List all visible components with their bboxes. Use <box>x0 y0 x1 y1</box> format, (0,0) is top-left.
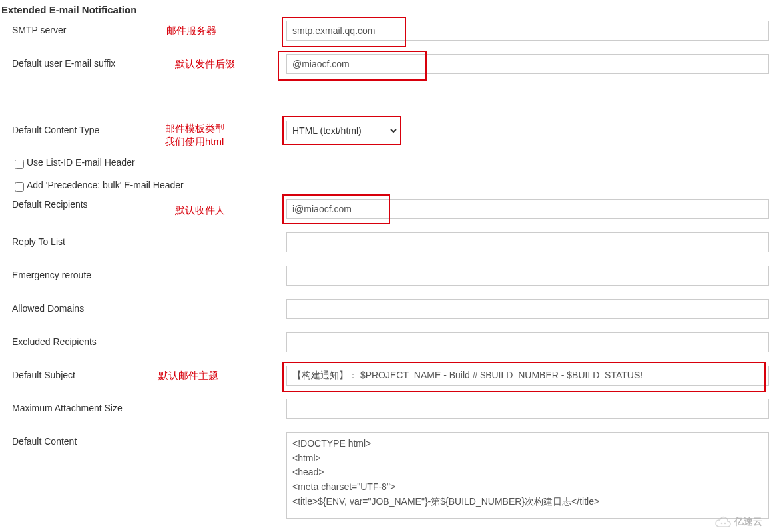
label-reply-to: Reply To List <box>12 236 65 247</box>
row-default-recipients: Default Recipients 默认收件人 <box>0 199 769 232</box>
excluded-recipients-input[interactable] <box>286 332 769 352</box>
annot-content-type-l2: 我们使用html <box>165 136 224 147</box>
row-reply-to: Reply To List <box>0 232 769 266</box>
label-emergency-reroute: Emergency reroute <box>12 270 91 280</box>
row-use-list-id: Use List-ID E-mail Header <box>0 154 769 176</box>
emergency-reroute-input[interactable] <box>286 266 769 286</box>
row-precedence-bulk: Add 'Precedence: bulk' E-mail Header <box>0 176 769 199</box>
default-content-textarea[interactable]: <!DOCTYPE html> <html> <head> <meta char… <box>286 432 769 519</box>
row-excluded-recipients: Excluded Recipients <box>0 332 769 366</box>
use-list-id-checkbox[interactable] <box>15 160 24 169</box>
label-default-content: Default Content <box>12 436 77 447</box>
reply-to-input[interactable] <box>286 232 769 252</box>
allowed-domains-input[interactable] <box>286 299 769 319</box>
label-email-suffix: Default user E-mail suffix <box>12 58 115 69</box>
default-subject-input[interactable] <box>286 366 769 386</box>
row-email-suffix: Default user E-mail suffix 默认发件后缀 <box>0 54 769 87</box>
section-title: Extended E-mail Notification <box>1 4 769 15</box>
row-smtp-server: SMTP server 邮件服务器 <box>0 21 769 54</box>
svg-point-1 <box>724 523 726 525</box>
label-smtp-server: SMTP server <box>12 25 66 35</box>
smtp-server-input[interactable] <box>286 21 769 41</box>
label-excluded-recipients: Excluded Recipients <box>12 336 97 347</box>
watermark-text: 亿速云 <box>734 516 762 528</box>
row-emergency-reroute: Emergency reroute <box>0 266 769 299</box>
watermark: 亿速云 <box>714 516 762 528</box>
annot-suffix: 默认发件后缀 <box>175 58 235 71</box>
annot-recipients: 默认收件人 <box>175 204 225 217</box>
row-allowed-domains: Allowed Domains <box>0 299 769 332</box>
max-attachment-input[interactable] <box>286 399 769 419</box>
annot-content-type-l1: 邮件模板类型 <box>165 123 225 134</box>
row-max-attachment: Maximum Attachment Size <box>0 399 769 432</box>
row-content-type: Default Content Type 邮件模板类型 我们使用html HTM… <box>0 121 769 154</box>
label-precedence-bulk: Add 'Precedence: bulk' E-mail Header <box>27 180 184 190</box>
row-default-subject: Default Subject 默认邮件主题 <box>0 366 769 399</box>
label-default-recipients: Default Recipients <box>12 199 88 210</box>
label-allowed-domains: Allowed Domains <box>12 303 84 314</box>
label-max-attachment: Maximum Attachment Size <box>12 403 123 413</box>
svg-point-0 <box>721 523 723 525</box>
annot-content-type: 邮件模板类型 我们使用html <box>165 122 225 149</box>
cloud-icon <box>714 516 732 528</box>
row-default-content: Default Content <!DOCTYPE html> <html> <… <box>0 432 769 532</box>
label-content-type: Default Content Type <box>12 125 99 135</box>
content-type-select[interactable]: HTML (text/html) <box>286 121 399 140</box>
email-suffix-input[interactable] <box>286 54 769 74</box>
email-notification-form: SMTP server 邮件服务器 Default user E-mail su… <box>0 21 769 532</box>
annot-subject: 默认邮件主题 <box>158 370 218 382</box>
default-recipients-input[interactable] <box>286 199 769 219</box>
annot-smtp: 邮件服务器 <box>166 25 216 37</box>
label-default-subject: Default Subject <box>12 370 75 380</box>
label-use-list-id: Use List-ID E-mail Header <box>27 157 135 168</box>
precedence-bulk-checkbox[interactable] <box>15 182 24 192</box>
